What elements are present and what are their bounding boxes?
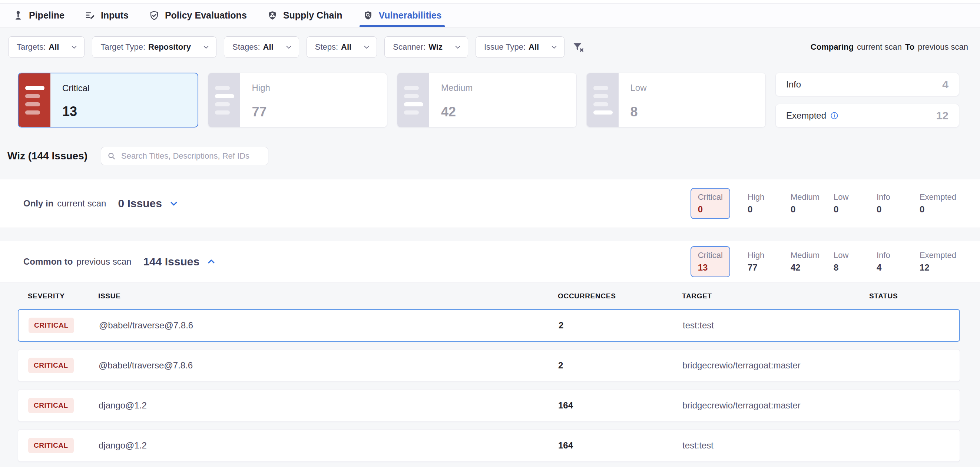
section-common-to-previous-scan: Common to previous scan 144 Issues Criti… xyxy=(0,241,980,283)
severity-chip-exempted[interactable]: Exempted 0 xyxy=(912,191,960,216)
target-name: test:test xyxy=(683,320,870,330)
issues-table: SEVERITY ISSUE OCCURRENCES TARGET STATUS… xyxy=(18,292,960,467)
severity-card-medium[interactable]: Medium 42 xyxy=(397,73,577,127)
chevron-down-icon xyxy=(550,43,558,51)
search-box xyxy=(101,147,268,165)
side-card-label: Info xyxy=(786,79,801,90)
issue-row[interactable]: CRITICAL @babel/traverse@7.8.6 2 test:te… xyxy=(18,309,960,342)
filter-dropdown-stages[interactable]: Stages: All xyxy=(224,37,299,58)
comparing-label: Comparing current scan To previous scan xyxy=(811,42,968,52)
search-icon xyxy=(107,152,116,160)
tab-pipeline[interactable]: Pipeline xyxy=(13,4,65,27)
info-icon xyxy=(830,111,839,120)
severity-bars-icon xyxy=(208,73,240,127)
table-header: SEVERITY ISSUE OCCURRENCES TARGET STATUS xyxy=(18,292,960,300)
occurrences-count: 164 xyxy=(558,440,682,451)
severity-bars-icon xyxy=(397,73,429,127)
severity-summary-row: Critical 13 High 77 Medium 42 xyxy=(18,73,959,127)
severity-chip-info[interactable]: Info 4 xyxy=(869,249,912,274)
severity-badge: CRITICAL xyxy=(29,318,74,333)
issue-row[interactable]: CRITICAL django@1.2 164 test:test xyxy=(18,429,960,462)
issue-name: django@1.2 xyxy=(99,400,558,411)
issues-count: 0 Issues xyxy=(118,197,162,210)
target-name: bridgecrewio/terragoat:master xyxy=(682,400,870,411)
issue-row[interactable]: CRITICAL @babel/traverse@7.8.6 2 bridgec… xyxy=(18,349,960,382)
search-input[interactable] xyxy=(121,151,262,161)
side-card-count: 12 xyxy=(936,110,948,122)
vulnerabilities-panel: Targets: All Target Type: Repository Sta… xyxy=(0,37,980,467)
target-name: bridgecrewio/terragoat:master xyxy=(682,360,870,371)
severity-card-count: 77 xyxy=(252,104,270,120)
severity-card-count: 13 xyxy=(62,104,89,119)
issue-name: django@1.2 xyxy=(99,440,558,451)
tab-policy-evaluations[interactable]: Policy Evaluations xyxy=(149,4,247,27)
chevron-down-icon xyxy=(202,43,210,51)
severity-chips: Critical 13 High 77 Medium 42 Low 8 Info… xyxy=(690,246,960,277)
tab-label: Inputs xyxy=(101,10,129,21)
supply-chain-icon xyxy=(267,10,278,21)
issue-row[interactable]: CRITICAL django@1.2 164 bridgecrewio/ter… xyxy=(18,389,960,422)
severity-bars-icon xyxy=(587,73,619,127)
filter-dropdown-steps[interactable]: Steps: All xyxy=(307,37,377,58)
chevron-up-icon[interactable] xyxy=(206,256,216,267)
tab-inputs[interactable]: Inputs xyxy=(84,4,129,27)
tab-bar: Pipeline Inputs Policy Evaluations Suppl… xyxy=(0,4,980,27)
severity-chip-critical[interactable]: Critical 13 xyxy=(690,246,730,277)
top-strip xyxy=(0,0,980,4)
column-header-status: STATUS xyxy=(869,292,960,300)
inputs-icon xyxy=(84,10,95,21)
section-only-in-current-scan: Only in current scan 0 Issues Critical 0… xyxy=(0,179,980,227)
column-header-occurrences: OCCURRENCES xyxy=(558,292,682,300)
severity-chips: Critical 0 High 0 Medium 0 Low 0 Info 0 … xyxy=(690,188,960,219)
filter-dropdown-issue-type[interactable]: Issue Type: All xyxy=(476,37,565,58)
chevron-down-icon xyxy=(70,43,78,51)
column-header-severity: SEVERITY xyxy=(28,292,98,300)
severity-card-label: Critical xyxy=(62,83,89,94)
severity-card-info[interactable]: Info 4 xyxy=(775,73,959,96)
issues-count: 144 Issues xyxy=(143,256,199,268)
severity-card-critical[interactable]: Critical 13 xyxy=(18,73,198,127)
severity-card-high[interactable]: High 77 xyxy=(208,73,388,127)
tab-label: Policy Evaluations xyxy=(165,10,247,21)
pipeline-icon xyxy=(13,10,24,21)
severity-chip-medium[interactable]: Medium 42 xyxy=(783,249,826,274)
side-cards-column: Info 4 Exempted 12 xyxy=(775,73,959,127)
scanner-row: Wiz (144 Issues) xyxy=(7,147,968,165)
chevron-down-icon[interactable] xyxy=(169,198,179,209)
column-header-target: TARGET xyxy=(682,292,869,300)
tab-vulnerabilities[interactable]: Vulnerabilities xyxy=(363,4,442,27)
clear-filters-icon[interactable] xyxy=(572,41,584,53)
severity-chip-exempted[interactable]: Exempted 12 xyxy=(912,249,960,274)
occurrences-count: 2 xyxy=(558,320,683,330)
severity-card-count: 42 xyxy=(441,104,473,120)
tab-label: Supply Chain xyxy=(283,10,342,21)
tab-label: Pipeline xyxy=(29,10,65,21)
only-in-toggle[interactable]: Only in current scan 0 Issues xyxy=(23,197,179,210)
severity-chip-high[interactable]: High 0 xyxy=(740,191,783,216)
severity-card-low[interactable]: Low 8 xyxy=(586,73,766,127)
severity-chip-low[interactable]: Low 8 xyxy=(826,249,869,274)
chevron-down-icon xyxy=(285,43,293,51)
severity-chip-info[interactable]: Info 0 xyxy=(869,191,912,216)
chevron-down-icon xyxy=(363,43,371,51)
severity-card-label: High xyxy=(252,83,270,93)
severity-chip-medium[interactable]: Medium 0 xyxy=(783,191,826,216)
column-header-issue: ISSUE xyxy=(98,292,558,300)
side-card-count: 4 xyxy=(942,78,948,91)
severity-chip-low[interactable]: Low 0 xyxy=(826,191,869,216)
occurrences-count: 164 xyxy=(558,400,682,411)
severity-card-label: Low xyxy=(630,83,647,93)
filter-dropdown-targets[interactable]: Targets: All xyxy=(8,37,84,58)
severity-chip-critical[interactable]: Critical 0 xyxy=(690,188,730,219)
common-to-toggle[interactable]: Common to previous scan 144 Issues xyxy=(23,256,216,268)
severity-chip-high[interactable]: High 77 xyxy=(740,249,783,274)
filter-dropdown-target-type[interactable]: Target Type: Repository xyxy=(92,37,216,58)
severity-badge: CRITICAL xyxy=(28,438,74,453)
severity-badge: CRITICAL xyxy=(28,357,74,373)
filter-row: Targets: All Target Type: Repository Sta… xyxy=(8,37,968,58)
side-card-label: Exempted xyxy=(786,110,826,121)
active-tab-underline xyxy=(360,25,445,27)
severity-card-exempted[interactable]: Exempted 12 xyxy=(775,104,959,127)
filter-dropdown-scanner[interactable]: Scanner: Wiz xyxy=(384,37,468,58)
tab-supply-chain[interactable]: Supply Chain xyxy=(267,4,342,27)
